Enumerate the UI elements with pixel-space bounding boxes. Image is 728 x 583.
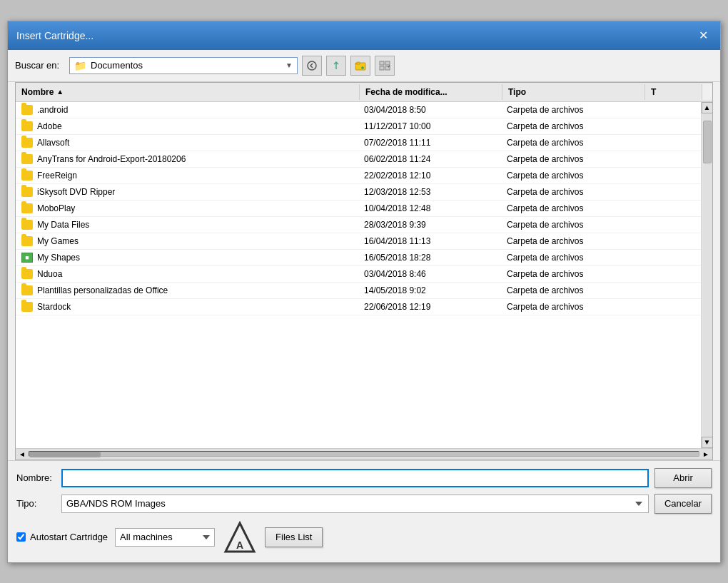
col-nombre[interactable]: Nombre ▲ xyxy=(16,84,360,100)
file-t-cell xyxy=(644,233,701,249)
table-row[interactable]: MoboPlay 10/04/2018 12:48 Carpeta de arc… xyxy=(16,201,701,217)
sort-arrow-icon: ▲ xyxy=(56,88,64,96)
view-button[interactable] xyxy=(375,56,395,76)
bottom-section: Nombre: Abrir Tipo: GBA/NDS ROM Images C… xyxy=(8,460,720,562)
file-tipo-cell: Carpeta de archivos xyxy=(501,201,644,216)
back-button[interactable] xyxy=(302,56,322,76)
file-list-area: Nombre ▲ Fecha de modifica... Tipo T .an… xyxy=(15,82,713,460)
nombre-row: Nombre: Abrir xyxy=(16,468,712,488)
buscar-label: Buscar en: xyxy=(15,60,65,71)
file-name-cell: My Games xyxy=(16,233,358,249)
chevron-down-icon: ▼ xyxy=(285,61,293,69)
horizontal-scrollbar[interactable]: ◄ ► xyxy=(16,448,712,460)
table-row[interactable]: My Games 16/04/2018 11:13 Carpeta de arc… xyxy=(16,233,701,250)
table-row[interactable]: FreeReign 22/02/2018 12:10 Carpeta de ar… xyxy=(16,168,701,184)
col-fecha[interactable]: Fecha de modifica... xyxy=(360,84,502,100)
path-combo[interactable]: 📁 Documentos ▼ xyxy=(69,57,298,74)
tipo-select[interactable]: GBA/NDS ROM Images xyxy=(61,495,649,513)
new-folder-button[interactable] xyxy=(350,56,370,76)
machines-select[interactable]: All machines xyxy=(115,528,215,547)
file-fecha-cell: 12/03/2018 12:53 xyxy=(358,184,501,200)
file-name-cell: Allavsoft xyxy=(16,135,358,151)
folder-icon: 📁 xyxy=(74,60,86,71)
abrir-button[interactable]: Abrir xyxy=(654,468,712,488)
scroll-thumb[interactable] xyxy=(703,121,712,163)
file-name-cell: FreeReign xyxy=(16,168,358,183)
table-row[interactable]: Nduoa 03/04/2018 8:46 Carpeta de archivo… xyxy=(16,266,701,283)
file-name-cell: Nduoa xyxy=(16,266,358,282)
vertical-scrollbar[interactable]: ▲ ▼ xyxy=(701,102,712,448)
file-t-cell xyxy=(644,102,701,118)
file-tipo-cell: Carpeta de archivos xyxy=(501,217,644,233)
nombre-label: Nombre: xyxy=(16,472,56,483)
table-row[interactable]: Stardock 22/06/2018 12:19 Carpeta de arc… xyxy=(16,299,701,315)
file-name-cell: iSkysoft DVD Ripper xyxy=(16,184,358,200)
file-tipo-cell: Carpeta de archivos xyxy=(501,118,644,134)
autostart-label[interactable]: Autostart Cartridge xyxy=(16,532,108,542)
back-icon xyxy=(307,61,317,71)
table-row[interactable]: .android 03/04/2018 8:50 Carpeta de arch… xyxy=(16,102,701,118)
table-row[interactable]: iSkysoft DVD Ripper 12/03/2018 12:53 Car… xyxy=(16,184,701,201)
file-name-cell: My Data Files xyxy=(16,217,358,233)
table-row[interactable]: Plantillas personalizadas de Office 14/0… xyxy=(16,283,701,299)
horiz-scroll-thumb[interactable] xyxy=(29,452,101,457)
files-list-button[interactable]: Files List xyxy=(265,527,323,547)
file-name-cell: ■My Shapes xyxy=(16,250,358,265)
logo-triangle-icon: A xyxy=(223,520,257,554)
file-fecha-cell: 28/03/2018 9:39 xyxy=(358,217,501,233)
file-t-cell xyxy=(644,299,701,315)
file-t-cell xyxy=(644,135,701,151)
file-t-cell xyxy=(644,250,701,265)
table-row[interactable]: AnyTrans for Android-Export-20180206 06/… xyxy=(16,151,701,168)
view-icon xyxy=(379,61,390,71)
scroll-left-icon[interactable]: ◄ xyxy=(19,450,26,458)
close-button[interactable]: ✕ xyxy=(694,27,712,44)
triangle-logo: A xyxy=(222,519,258,555)
col-t[interactable]: T xyxy=(645,84,702,100)
path-text: Documentos xyxy=(91,60,281,71)
file-tipo-cell: Carpeta de archivos xyxy=(501,250,644,265)
scroll-down-button[interactable]: ▼ xyxy=(702,437,713,448)
file-tipo-cell: Carpeta de archivos xyxy=(501,233,644,249)
file-fecha-cell: 06/02/2018 11:24 xyxy=(358,151,501,167)
col-tipo[interactable]: Tipo xyxy=(502,84,645,100)
file-tipo-cell: Carpeta de archivos xyxy=(501,266,644,282)
file-t-cell xyxy=(644,151,701,167)
up-icon xyxy=(331,61,341,71)
tipo-label: Tipo: xyxy=(16,498,56,509)
file-fecha-cell: 16/04/2018 11:13 xyxy=(358,233,501,249)
folder-icon xyxy=(21,154,33,164)
folder-icon xyxy=(21,121,33,131)
nombre-input[interactable] xyxy=(61,469,649,487)
file-fecha-cell: 22/02/2018 12:10 xyxy=(358,168,501,183)
up-button[interactable] xyxy=(326,56,346,76)
file-t-cell xyxy=(644,118,701,134)
folder-icon xyxy=(21,105,33,115)
folder-icon xyxy=(21,220,33,230)
scroll-right-icon[interactable]: ► xyxy=(702,450,709,458)
folder-icon xyxy=(21,203,33,213)
file-tipo-cell: Carpeta de archivos xyxy=(501,151,644,167)
new-folder-icon xyxy=(355,61,366,71)
table-row[interactable]: Allavsoft 07/02/2018 11:11 Carpeta de ar… xyxy=(16,135,701,151)
table-row[interactable]: Adobe 11/12/2017 10:00 Carpeta de archiv… xyxy=(16,118,701,135)
file-list-scroll[interactable]: .android 03/04/2018 8:50 Carpeta de arch… xyxy=(16,102,701,448)
cancelar-button[interactable]: Cancelar xyxy=(654,494,712,514)
autostart-checkbox[interactable] xyxy=(16,532,26,542)
file-fecha-cell: 11/12/2017 10:00 xyxy=(358,118,501,134)
folder-icon xyxy=(21,302,33,312)
footer-row: Autostart Cartridge All machines A Files… xyxy=(16,519,712,555)
toolbar: Buscar en: 📁 Documentos ▼ xyxy=(8,50,720,82)
table-row[interactable]: ■My Shapes 16/05/2018 18:28 Carpeta de a… xyxy=(16,250,701,266)
file-name-cell: MoboPlay xyxy=(16,201,358,216)
table-row[interactable]: My Data Files 28/03/2018 9:39 Carpeta de… xyxy=(16,217,701,233)
file-name-cell: .android xyxy=(16,102,358,118)
file-t-cell xyxy=(644,184,701,200)
scroll-up-button[interactable]: ▲ xyxy=(702,102,713,113)
file-fecha-cell: 10/04/2018 12:48 xyxy=(358,201,501,216)
file-tipo-cell: Carpeta de archivos xyxy=(501,135,644,151)
file-name-cell: Adobe xyxy=(16,118,358,134)
file-fecha-cell: 16/05/2018 18:28 xyxy=(358,250,501,265)
file-t-cell xyxy=(644,168,701,183)
folder-icon xyxy=(21,138,33,148)
